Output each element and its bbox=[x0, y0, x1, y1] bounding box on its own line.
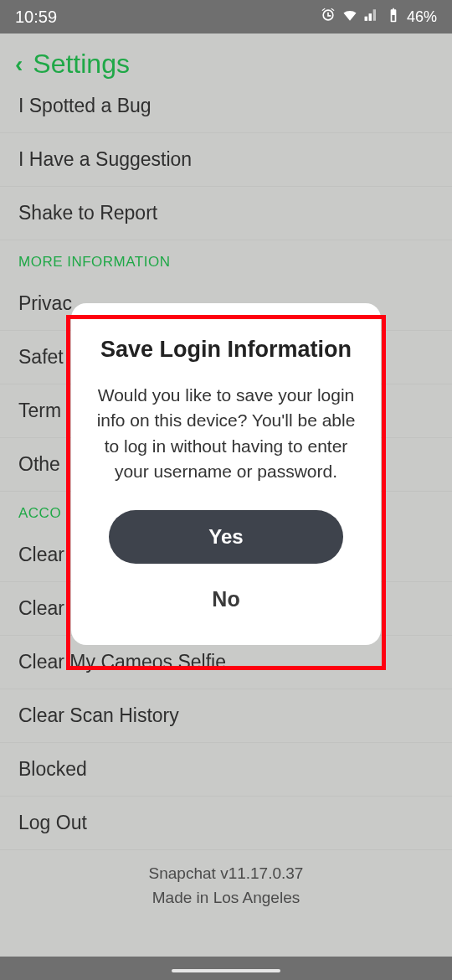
status-icons: 46% bbox=[320, 7, 437, 28]
page-title: Settings bbox=[33, 49, 130, 80]
battery-percent: 46% bbox=[407, 8, 437, 26]
dialog-title: Save Login Information bbox=[86, 337, 366, 363]
version-text: Snapchat v11.17.0.37 bbox=[0, 862, 452, 886]
home-indicator[interactable] bbox=[172, 969, 280, 972]
signal-icon bbox=[363, 7, 380, 28]
row-blocked[interactable]: Blocked bbox=[0, 743, 452, 797]
section-more-information: MORE INFORMATION bbox=[0, 240, 452, 277]
row-clear-scan[interactable]: Clear Scan History bbox=[0, 689, 452, 743]
status-bar: 10:59 46% bbox=[0, 0, 452, 34]
wifi-icon bbox=[342, 7, 358, 28]
row-shake-report[interactable]: Shake to Report bbox=[0, 187, 452, 240]
dialog-body: Would you like to save your login info o… bbox=[86, 383, 366, 485]
status-time: 10:59 bbox=[15, 8, 57, 27]
battery-icon bbox=[385, 7, 402, 28]
row-logout[interactable]: Log Out bbox=[0, 797, 452, 850]
made-in-text: Made in Los Angeles bbox=[0, 886, 452, 910]
alarm-icon bbox=[320, 7, 336, 28]
back-icon[interactable]: ‹ bbox=[15, 51, 23, 78]
row-suggestion[interactable]: I Have a Suggestion bbox=[0, 133, 452, 187]
app-footer: Snapchat v11.17.0.37 Made in Los Angeles bbox=[0, 850, 452, 928]
save-login-dialog: Save Login Information Would you like to… bbox=[71, 303, 381, 645]
settings-header: ‹ Settings bbox=[0, 34, 452, 90]
no-button[interactable]: No bbox=[86, 577, 366, 622]
nav-bar bbox=[0, 957, 452, 980]
row-spotted-bug[interactable]: I Spotted a Bug bbox=[0, 90, 452, 133]
yes-button[interactable]: Yes bbox=[109, 510, 343, 564]
